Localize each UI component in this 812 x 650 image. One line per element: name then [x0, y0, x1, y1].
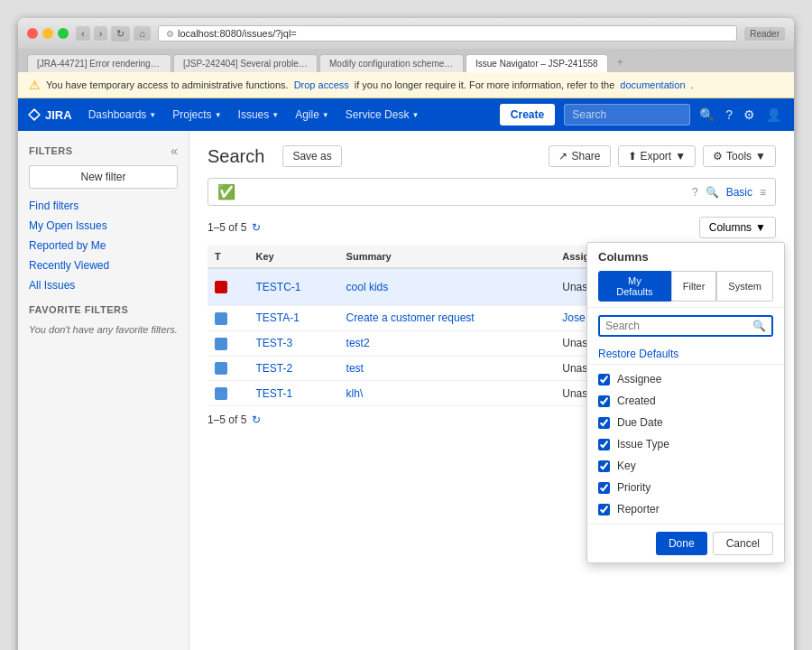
- nav-agile[interactable]: Agile ▼: [288, 103, 337, 126]
- tab-2[interactable]: Modify configuration scheme cont...: [319, 54, 464, 72]
- tab-1[interactable]: [JSP-242404] Several problems af...: [173, 54, 318, 72]
- column-item-due-date[interactable]: Due Date: [587, 412, 784, 433]
- column-checkbox-created[interactable]: [598, 395, 610, 407]
- new-tab-button[interactable]: +: [610, 52, 631, 72]
- export-button[interactable]: ⬆ Export ▼: [618, 145, 697, 167]
- column-item-assignee[interactable]: Assignee: [587, 368, 784, 390]
- back-button[interactable]: ‹: [76, 26, 90, 41]
- tab-0[interactable]: [JRA-44721] Error rendering 'mul...: [27, 54, 171, 72]
- columns-tab-system[interactable]: System: [716, 271, 773, 302]
- search-help-icon[interactable]: ?: [692, 186, 698, 199]
- export-icon: ⬆: [628, 150, 637, 162]
- search-icon[interactable]: 🔍: [706, 186, 719, 199]
- issue-key-link-0[interactable]: TESTC-1: [255, 281, 300, 293]
- tab-3[interactable]: Issue Navigator – JSP-241558: [466, 54, 608, 72]
- sidebar-item-recently-viewed[interactable]: Recently Viewed: [18, 255, 189, 275]
- column-checkbox-priority[interactable]: [598, 482, 610, 494]
- bottom-refresh-icon[interactable]: ↻: [252, 413, 261, 426]
- drop-access-link[interactable]: Drop access: [294, 79, 349, 90]
- nav-projects[interactable]: Projects ▼: [165, 103, 228, 126]
- column-label-assignee: Assignee: [617, 373, 661, 385]
- sidebar-collapse-button[interactable]: «: [171, 144, 178, 158]
- create-button[interactable]: Create: [500, 104, 555, 125]
- column-label-due-date: Due Date: [617, 416, 663, 429]
- user-avatar[interactable]: 👤: [762, 104, 785, 125]
- restore-defaults-link[interactable]: Restore Defaults: [587, 344, 784, 365]
- columns-tab-filter[interactable]: Filter: [671, 271, 716, 302]
- share-button[interactable]: ↗ Share: [549, 145, 610, 167]
- issue-summary-1[interactable]: Create a customer request: [346, 311, 475, 324]
- nav-service-desk[interactable]: Service Desk ▼: [338, 103, 427, 126]
- issue-summary-cell: test2: [339, 330, 556, 356]
- save-as-button[interactable]: Save as: [282, 145, 341, 167]
- share-icon: ↗: [558, 150, 567, 162]
- favorite-filters-empty: You don't have any favorite filters.: [18, 319, 189, 340]
- forward-button[interactable]: ›: [94, 26, 108, 41]
- issue-key-link-1[interactable]: TESTA-1: [255, 311, 299, 324]
- column-checkbox-assignee[interactable]: [598, 374, 610, 385]
- logo-text: JIRA: [45, 108, 72, 122]
- refresh-icon[interactable]: ↻: [252, 221, 261, 234]
- task-icon: [215, 387, 227, 400]
- column-label-issue-type: Issue Type: [617, 438, 669, 450]
- reader-button[interactable]: Reader: [744, 27, 785, 41]
- nav-issues[interactable]: Issues ▼: [231, 103, 287, 126]
- column-checkbox-due-date[interactable]: [598, 417, 610, 429]
- close-button[interactable]: [27, 28, 38, 39]
- search-icon-button[interactable]: 🔍: [696, 104, 718, 125]
- nav-dashboards[interactable]: Dashboards ▼: [81, 103, 164, 126]
- column-item-key[interactable]: Key: [587, 455, 784, 477]
- column-item-priority[interactable]: Priority: [587, 477, 784, 498]
- settings-icon-button[interactable]: ⚙: [740, 104, 759, 125]
- url-text: localhost:8080/issues/?jql=: [178, 28, 297, 39]
- new-filter-button[interactable]: New filter: [29, 165, 178, 189]
- issue-summary-0[interactable]: cool kids: [346, 281, 389, 293]
- jql-search-input[interactable]: [243, 186, 692, 199]
- column-item-created[interactable]: Created: [587, 390, 784, 412]
- issue-key-cell: TEST-3: [248, 330, 338, 356]
- dashboards-arrow: ▼: [149, 111, 156, 119]
- issue-summary-4[interactable]: klh\: [346, 387, 364, 400]
- columns-cancel-button[interactable]: Cancel: [713, 532, 773, 555]
- issue-key-link-2[interactable]: TEST-3: [255, 337, 292, 349]
- issue-summary-2[interactable]: test2: [346, 337, 370, 349]
- issue-key-link-3[interactable]: TEST-2: [255, 362, 292, 375]
- main-content: Search Save as ↗ Share ⬆ Export ▼: [189, 131, 794, 650]
- sidebar-item-reported-by-me[interactable]: Reported by Me: [18, 236, 189, 255]
- issue-summary-3[interactable]: test: [346, 362, 364, 375]
- home-button[interactable]: ⌂: [134, 26, 151, 41]
- sidebar-item-find-filters[interactable]: Find filters: [18, 196, 189, 216]
- columns-button[interactable]: Columns ▼: [699, 217, 776, 238]
- column-item-reporter[interactable]: Reporter: [587, 498, 784, 520]
- basic-link[interactable]: Basic: [726, 186, 752, 199]
- view-options-icon[interactable]: ≡: [760, 186, 766, 199]
- help-icon-button[interactable]: ?: [722, 104, 736, 125]
- col-header-summary: Summary: [339, 246, 556, 268]
- documentation-link[interactable]: documentation: [620, 79, 685, 90]
- issue-type-cell: [208, 330, 248, 356]
- issue-type-cell: [208, 381, 248, 406]
- sidebar-item-my-open-issues[interactable]: My Open Issues: [18, 216, 189, 236]
- tools-button[interactable]: ⚙ Tools ▼: [703, 145, 776, 167]
- minimize-button[interactable]: [42, 28, 53, 39]
- column-item-issue-type[interactable]: Issue Type: [587, 433, 784, 455]
- warning-text: You have temporary access to administrat…: [46, 79, 289, 90]
- search-bar[interactable]: ✅ ? 🔍 Basic ≡: [208, 178, 776, 206]
- warning-suffix: if you no longer require it. For more in…: [355, 79, 615, 90]
- column-checkbox-key[interactable]: [598, 460, 610, 472]
- columns-tab-my-defaults[interactable]: My Defaults: [598, 271, 671, 302]
- col-header-type: T: [208, 246, 248, 268]
- issue-key-link-4[interactable]: TEST-1: [255, 387, 292, 400]
- columns-search-input[interactable]: [605, 320, 752, 332]
- projects-arrow: ▼: [215, 111, 222, 119]
- column-label-priority: Priority: [617, 481, 651, 494]
- column-checkbox-reporter[interactable]: [598, 504, 610, 515]
- sidebar-item-all-issues[interactable]: All Issues: [18, 275, 189, 295]
- favorite-filters-title: FAVORITE FILTERS: [18, 295, 189, 319]
- global-search-input[interactable]: [564, 104, 690, 125]
- columns-search-bar[interactable]: 🔍: [598, 315, 773, 337]
- refresh-button[interactable]: ↻: [111, 26, 130, 42]
- column-checkbox-issue-type[interactable]: [598, 439, 610, 450]
- maximize-button[interactable]: [58, 28, 69, 39]
- columns-done-button[interactable]: Done: [656, 532, 707, 555]
